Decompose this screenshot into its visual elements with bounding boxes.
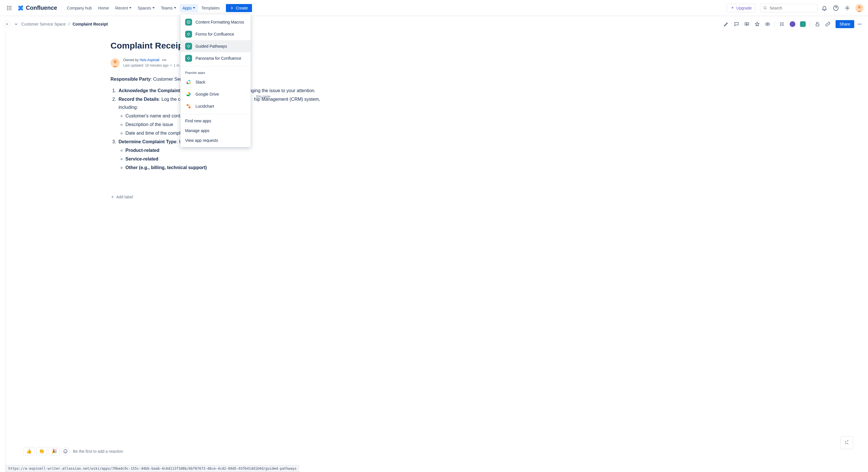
nav-templates-label: Templates — [202, 6, 220, 10]
link-button[interactable] — [823, 19, 833, 29]
add-label-button[interactable]: Add label — [111, 195, 329, 199]
apps-menu-slack[interactable]: Slack — [181, 76, 251, 88]
apps-menu-find-new[interactable]: Find new apps — [181, 116, 251, 126]
nav-spaces[interactable]: Spaces — [135, 4, 158, 12]
lucidchart-icon — [185, 103, 192, 110]
breadcrumb-space[interactable]: Customer Service Space — [21, 22, 66, 26]
toc-button[interactable] — [777, 19, 787, 29]
app-indicator-1[interactable] — [787, 19, 797, 29]
apps-menu-panorama[interactable]: Panorama for Confluence — [181, 52, 251, 64]
item3-sub3: Other (e.g., billing, technical support) — [125, 165, 207, 170]
svg-rect-32 — [188, 80, 190, 81]
star-button[interactable] — [752, 19, 762, 29]
app-icon — [185, 55, 192, 62]
dropdown-item-label: Google Drive — [195, 92, 219, 96]
sublist-item: Service-related — [125, 155, 329, 163]
svg-rect-23 — [816, 24, 819, 26]
svg-point-12 — [847, 7, 848, 9]
svg-point-29 — [64, 450, 67, 453]
share-button[interactable]: Share — [836, 20, 854, 28]
nav-items: Company hub Home Recent Spaces Teams App… — [64, 4, 223, 12]
confluence-icon — [17, 5, 24, 11]
app-indicator-2[interactable] — [798, 19, 808, 29]
restrictions-button[interactable] — [813, 19, 823, 29]
comment-button[interactable] — [732, 19, 741, 29]
help-icon — [833, 5, 839, 11]
upgrade-button-label: Upgrade — [736, 6, 752, 10]
star-icon — [755, 22, 760, 27]
analytics-suffix: this page — [256, 94, 270, 98]
nav-templates[interactable]: Templates — [198, 4, 223, 12]
reaction-clap[interactable]: 👏 — [36, 447, 47, 455]
svg-point-26 — [861, 24, 861, 24]
upgrade-button[interactable]: Upgrade — [727, 4, 755, 12]
apps-menu-lucidchart[interactable]: Lucidchart — [181, 100, 251, 112]
search-box[interactable] — [760, 4, 817, 12]
purple-app-icon — [789, 21, 795, 27]
edit-button[interactable] — [721, 19, 731, 29]
dropdown-item-label: Content Formatting Macros — [195, 20, 244, 24]
apps-menu-google-drive[interactable]: Google Drive — [181, 88, 251, 100]
chevron-down-icon[interactable] — [14, 22, 19, 26]
search-icon — [763, 6, 767, 10]
list-icon — [780, 22, 785, 27]
teal-app-icon — [800, 21, 806, 27]
author-avatar[interactable] — [111, 58, 120, 67]
help-button[interactable] — [831, 3, 840, 12]
nav-company-hub[interactable]: Company hub — [64, 4, 95, 12]
apps-menu-content-formatting[interactable]: Content Formatting Macros — [181, 16, 251, 28]
create-button-label: Create — [236, 6, 248, 10]
svg-rect-30 — [187, 21, 190, 23]
apps-menu-forms[interactable]: Forms for Confluence — [181, 28, 251, 40]
owner-link[interactable]: Hols Aspinall — [140, 58, 159, 62]
floating-ai-button[interactable] — [840, 436, 853, 449]
search-input[interactable] — [770, 6, 814, 10]
apps-menu-guided-pathways[interactable]: Guided Pathways — [181, 40, 251, 52]
reaction-thumbs-up[interactable]: 👍 — [24, 447, 34, 455]
page-actions: Share — [721, 19, 865, 29]
svg-point-1 — [9, 6, 9, 7]
top-navigation: Confluence Company hub Home Recent Space… — [0, 0, 868, 16]
item3-label: Determine Complaint Type — [119, 139, 177, 144]
apps-menu-view-requests[interactable]: View app requests — [181, 136, 251, 145]
nav-home[interactable]: Home — [95, 4, 112, 12]
create-button[interactable]: Create — [226, 4, 252, 12]
google-drive-icon — [185, 91, 192, 98]
notifications-button[interactable] — [820, 3, 829, 12]
dropdown-item-label: Guided Pathways — [195, 44, 227, 49]
sparkle-collapse-icon — [844, 440, 849, 446]
confluence-logo[interactable]: Confluence — [15, 5, 59, 11]
nav-teams[interactable]: Teams — [158, 4, 179, 12]
item3-sub1: Product-related — [125, 148, 159, 153]
meta-sep: • — [170, 63, 172, 67]
apps-menu-manage[interactable]: Manage apps — [181, 126, 251, 136]
nav-recent[interactable]: Recent — [112, 4, 134, 12]
meta-text: Owned by Hols Aspinall ••• Last updated:… — [123, 57, 179, 68]
slack-icon — [185, 79, 192, 86]
reaction-party[interactable]: 🎉 — [49, 447, 60, 455]
divider — [775, 21, 775, 27]
user-avatar[interactable] — [856, 4, 863, 12]
settings-button[interactable] — [843, 3, 852, 12]
nav-apps[interactable]: Apps — [180, 4, 198, 12]
present-button[interactable] — [742, 19, 752, 29]
comment-icon — [734, 22, 739, 27]
svg-rect-34 — [187, 83, 189, 84]
meta-more-button[interactable]: ••• — [162, 58, 167, 62]
svg-point-7 — [9, 9, 9, 10]
sublist-item: Other (e.g., billing, technical support) — [125, 164, 329, 172]
pencil-icon — [724, 22, 729, 27]
chevron-down-icon — [174, 7, 176, 9]
more-actions-button[interactable] — [855, 19, 865, 29]
sidebar-toggle[interactable] — [3, 21, 10, 28]
add-reaction-button[interactable] — [61, 447, 69, 455]
eye-icon — [765, 22, 770, 27]
popular-apps-label: Popular apps — [181, 68, 251, 76]
content-area: Complaint Receipt Owned by Hols Aspinall… — [0, 32, 868, 472]
resp-party-value: : Customer Ser — [151, 77, 182, 82]
watch-button[interactable] — [763, 19, 772, 29]
divider — [181, 66, 251, 66]
app-switcher-button[interactable] — [5, 3, 14, 12]
share-button-label: Share — [840, 22, 850, 26]
svg-line-10 — [766, 8, 767, 9]
